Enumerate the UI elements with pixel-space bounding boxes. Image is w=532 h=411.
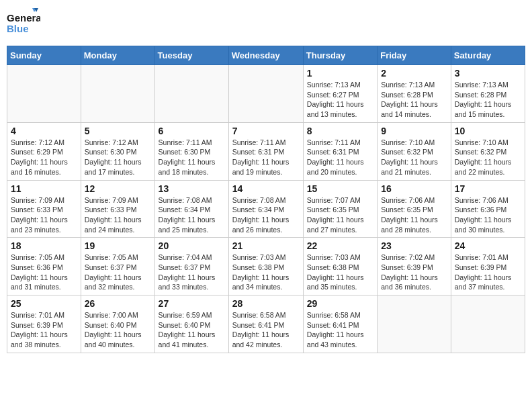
day-cell: 27Sunrise: 6:59 AM Sunset: 6:40 PM Dayli… <box>154 295 228 353</box>
day-cell: 16Sunrise: 7:06 AM Sunset: 6:35 PM Dayli… <box>378 180 451 238</box>
day-cell: 7Sunrise: 7:11 AM Sunset: 6:31 PM Daylig… <box>228 122 303 180</box>
day-cell: 19Sunrise: 7:05 AM Sunset: 6:37 PM Dayli… <box>81 238 154 295</box>
day-cell: 10Sunrise: 7:10 AM Sunset: 6:32 PM Dayli… <box>451 122 525 180</box>
day-number: 20 <box>159 240 225 251</box>
day-cell: 29Sunrise: 6:58 AM Sunset: 6:41 PM Dayli… <box>303 295 377 353</box>
day-info: Sunrise: 7:11 AM Sunset: 6:31 PM Dayligh… <box>232 138 300 177</box>
day-info: Sunrise: 7:05 AM Sunset: 6:36 PM Dayligh… <box>11 253 77 292</box>
day-cell <box>378 295 451 353</box>
day-cell <box>451 295 525 353</box>
calendar-table: SundayMondayTuesdayWednesdayThursdayFrid… <box>7 46 525 353</box>
day-info: Sunrise: 7:12 AM Sunset: 6:29 PM Dayligh… <box>11 138 77 177</box>
day-cell: 24Sunrise: 7:01 AM Sunset: 6:39 PM Dayli… <box>451 238 525 295</box>
day-info: Sunrise: 7:05 AM Sunset: 6:37 PM Dayligh… <box>85 253 151 292</box>
day-cell: 17Sunrise: 7:06 AM Sunset: 6:36 PM Dayli… <box>451 180 525 238</box>
day-info: Sunrise: 7:11 AM Sunset: 6:30 PM Dayligh… <box>159 138 225 177</box>
day-header-thursday: Thursday <box>303 46 377 65</box>
day-info: Sunrise: 6:58 AM Sunset: 6:41 PM Dayligh… <box>307 310 373 350</box>
day-number: 6 <box>159 126 225 136</box>
day-cell: 1Sunrise: 7:13 AM Sunset: 6:27 PM Daylig… <box>303 65 377 123</box>
day-cell: 25Sunrise: 7:01 AM Sunset: 6:39 PM Dayli… <box>7 295 81 353</box>
day-header-friday: Friday <box>378 46 451 65</box>
day-cell: 5Sunrise: 7:12 AM Sunset: 6:30 PM Daylig… <box>81 122 154 180</box>
day-info: Sunrise: 7:12 AM Sunset: 6:30 PM Dayligh… <box>85 138 151 177</box>
day-cell <box>7 65 81 123</box>
day-number: 17 <box>455 183 521 194</box>
day-number: 3 <box>455 68 521 79</box>
day-cell <box>81 65 154 123</box>
day-cell <box>154 65 228 123</box>
day-cell: 28Sunrise: 6:58 AM Sunset: 6:41 PM Dayli… <box>228 295 303 353</box>
day-cell: 6Sunrise: 7:11 AM Sunset: 6:30 PM Daylig… <box>154 122 228 180</box>
day-info: Sunrise: 7:04 AM Sunset: 6:37 PM Dayligh… <box>159 253 225 292</box>
day-header-wednesday: Wednesday <box>228 46 303 65</box>
day-cell: 23Sunrise: 7:02 AM Sunset: 6:39 PM Dayli… <box>378 238 451 295</box>
day-number: 8 <box>307 126 373 136</box>
day-cell: 18Sunrise: 7:05 AM Sunset: 6:36 PM Dayli… <box>7 238 81 295</box>
day-info: Sunrise: 7:10 AM Sunset: 6:32 PM Dayligh… <box>381 138 447 177</box>
day-number: 27 <box>159 298 225 309</box>
day-info: Sunrise: 7:06 AM Sunset: 6:35 PM Dayligh… <box>381 195 447 235</box>
logo: General Blue <box>7 7 40 40</box>
day-info: Sunrise: 7:09 AM Sunset: 6:33 PM Dayligh… <box>11 195 77 235</box>
day-number: 9 <box>381 126 447 136</box>
week-row-0: 1Sunrise: 7:13 AM Sunset: 6:27 PM Daylig… <box>7 65 525 123</box>
day-number: 14 <box>232 183 300 194</box>
page-header: General Blue <box>7 7 525 40</box>
week-row-3: 18Sunrise: 7:05 AM Sunset: 6:36 PM Dayli… <box>7 238 525 295</box>
day-cell: 8Sunrise: 7:11 AM Sunset: 6:31 PM Daylig… <box>303 122 377 180</box>
day-cell: 14Sunrise: 7:08 AM Sunset: 6:34 PM Dayli… <box>228 180 303 238</box>
day-header-sunday: Sunday <box>7 46 81 65</box>
day-number: 22 <box>307 240 373 251</box>
day-cell: 3Sunrise: 7:13 AM Sunset: 6:28 PM Daylig… <box>451 65 525 123</box>
week-row-2: 11Sunrise: 7:09 AM Sunset: 6:33 PM Dayli… <box>7 180 525 238</box>
day-info: Sunrise: 7:08 AM Sunset: 6:34 PM Dayligh… <box>159 195 225 235</box>
day-number: 15 <box>307 183 373 194</box>
logo-svg: General Blue <box>7 7 40 40</box>
day-cell: 11Sunrise: 7:09 AM Sunset: 6:33 PM Dayli… <box>7 180 81 238</box>
day-cell: 4Sunrise: 7:12 AM Sunset: 6:29 PM Daylig… <box>7 122 81 180</box>
day-number: 16 <box>381 183 447 194</box>
day-info: Sunrise: 7:03 AM Sunset: 6:38 PM Dayligh… <box>232 253 300 292</box>
header-row: SundayMondayTuesdayWednesdayThursdayFrid… <box>7 46 525 65</box>
day-cell: 2Sunrise: 7:13 AM Sunset: 6:28 PM Daylig… <box>378 65 451 123</box>
day-info: Sunrise: 7:11 AM Sunset: 6:31 PM Dayligh… <box>307 138 373 177</box>
day-number: 28 <box>232 298 300 309</box>
day-info: Sunrise: 7:10 AM Sunset: 6:32 PM Dayligh… <box>455 138 521 177</box>
day-header-tuesday: Tuesday <box>154 46 228 65</box>
day-info: Sunrise: 7:07 AM Sunset: 6:35 PM Dayligh… <box>307 195 373 235</box>
day-info: Sunrise: 6:59 AM Sunset: 6:40 PM Dayligh… <box>159 310 225 350</box>
day-number: 21 <box>232 240 300 251</box>
day-number: 13 <box>159 183 225 194</box>
day-cell: 22Sunrise: 7:03 AM Sunset: 6:38 PM Dayli… <box>303 238 377 295</box>
day-info: Sunrise: 7:01 AM Sunset: 6:39 PM Dayligh… <box>11 310 77 350</box>
day-header-monday: Monday <box>81 46 154 65</box>
day-number: 7 <box>232 126 300 136</box>
day-cell: 21Sunrise: 7:03 AM Sunset: 6:38 PM Dayli… <box>228 238 303 295</box>
day-header-saturday: Saturday <box>451 46 525 65</box>
day-number: 2 <box>381 68 447 79</box>
svg-text:General: General <box>7 12 40 24</box>
day-cell: 26Sunrise: 7:00 AM Sunset: 6:40 PM Dayli… <box>81 295 154 353</box>
day-number: 5 <box>85 126 151 136</box>
day-number: 26 <box>85 298 151 309</box>
day-number: 18 <box>11 240 77 251</box>
day-number: 29 <box>307 298 373 309</box>
day-cell: 12Sunrise: 7:09 AM Sunset: 6:33 PM Dayli… <box>81 180 154 238</box>
day-info: Sunrise: 7:13 AM Sunset: 6:28 PM Dayligh… <box>455 80 521 120</box>
day-number: 23 <box>381 240 447 251</box>
day-info: Sunrise: 7:08 AM Sunset: 6:34 PM Dayligh… <box>232 195 300 235</box>
day-cell: 20Sunrise: 7:04 AM Sunset: 6:37 PM Dayli… <box>154 238 228 295</box>
day-cell: 13Sunrise: 7:08 AM Sunset: 6:34 PM Dayli… <box>154 180 228 238</box>
day-info: Sunrise: 7:06 AM Sunset: 6:36 PM Dayligh… <box>455 195 521 235</box>
day-info: Sunrise: 7:01 AM Sunset: 6:39 PM Dayligh… <box>455 253 521 292</box>
day-number: 1 <box>307 68 373 79</box>
day-info: Sunrise: 7:03 AM Sunset: 6:38 PM Dayligh… <box>307 253 373 292</box>
day-cell <box>228 65 303 123</box>
week-row-1: 4Sunrise: 7:12 AM Sunset: 6:29 PM Daylig… <box>7 122 525 180</box>
day-number: 10 <box>455 126 521 136</box>
day-number: 25 <box>11 298 77 309</box>
day-number: 12 <box>85 183 151 194</box>
day-info: Sunrise: 6:58 AM Sunset: 6:41 PM Dayligh… <box>232 310 300 350</box>
day-info: Sunrise: 7:13 AM Sunset: 6:28 PM Dayligh… <box>381 80 447 120</box>
